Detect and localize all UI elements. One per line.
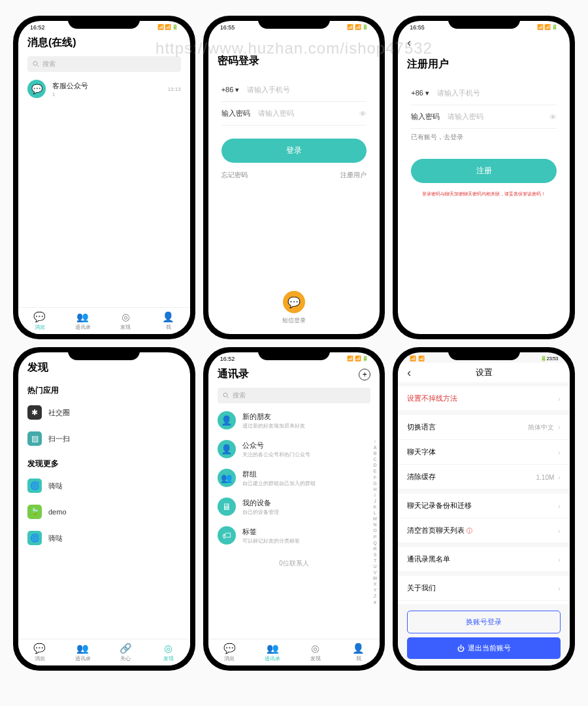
language-item[interactable]: 切换语言简体中文› bbox=[398, 415, 570, 440]
devices-item[interactable]: 🖥我的设备自己的设备管理 bbox=[208, 492, 380, 521]
nav-care[interactable]: 🔗关心 bbox=[104, 639, 147, 665]
contacts-icon: 👥 bbox=[251, 643, 294, 654]
app-item-1[interactable]: 🌀骑哒 bbox=[18, 473, 190, 499]
nav-contacts[interactable]: 👥通讯录 bbox=[61, 639, 105, 665]
search-placeholder: 搜索 bbox=[42, 59, 56, 69]
chat-time: 13:13 bbox=[168, 86, 181, 92]
country-code[interactable]: +86 ▾ bbox=[221, 86, 240, 94]
scan-item[interactable]: ▤扫一扫 bbox=[18, 426, 190, 452]
group-icon: 👥 bbox=[218, 469, 236, 487]
login-button[interactable]: 登录 bbox=[221, 139, 367, 163]
message-icon: 💬 bbox=[18, 643, 61, 654]
phone-field[interactable]: +86 ▾请输入手机号 bbox=[221, 78, 367, 102]
link-icon: 🔗 bbox=[104, 643, 147, 654]
chevron-right-icon: › bbox=[558, 448, 561, 456]
font-item[interactable]: 聊天字体› bbox=[398, 440, 570, 465]
country-code[interactable]: +86 ▾ bbox=[411, 89, 429, 97]
search-input[interactable]: 搜索 bbox=[27, 56, 181, 72]
back-button[interactable]: ‹ bbox=[407, 366, 411, 380]
register-link[interactable]: 注册用户 bbox=[340, 171, 367, 180]
nav-discover[interactable]: ◎发现 bbox=[104, 308, 147, 334]
chevron-right-icon: › bbox=[558, 502, 561, 510]
svg-point-0 bbox=[33, 61, 37, 65]
nav-messages[interactable]: 💬消息 bbox=[18, 308, 61, 334]
page-title: 密码登录 bbox=[208, 50, 380, 72]
phone-register: 16:55📶 📶 🔋 ‹ 注册用户 +86 ▾请输入手机号 输入密码请输入密码👁… bbox=[393, 16, 575, 339]
tags-item[interactable]: 🏷标签可以标记好友的分类标签 bbox=[208, 521, 380, 550]
password-field[interactable]: 输入密码请输入密码👁 bbox=[411, 105, 557, 129]
app-icon: 🌀 bbox=[27, 531, 42, 545]
aperture-icon: ✱ bbox=[27, 405, 42, 420]
groups-item[interactable]: 👥群组自己建立的群组自己加入的群组 bbox=[208, 463, 380, 492]
contacts-icon: 👥 bbox=[61, 643, 105, 654]
notch bbox=[258, 16, 330, 29]
social-circle-item[interactable]: ✱社交圈 bbox=[18, 399, 190, 426]
phone-login: 16:55📶 📶 🔋 密码登录 +86 ▾请输入手机号 输入密码请输入密码👁 登… bbox=[203, 16, 385, 339]
offline-method-item[interactable]: 设置不掉线方法› bbox=[398, 386, 570, 411]
app-icon: 🍃 bbox=[27, 505, 42, 519]
bottom-nav: 💬消息 👥通讯录 ◎发现 👤我 bbox=[18, 307, 190, 334]
page-title: 消息(在线) bbox=[18, 32, 190, 54]
page-title: 设置 bbox=[476, 367, 493, 378]
about-item[interactable]: 关于我们› bbox=[398, 576, 570, 601]
person-add-icon: 👤 bbox=[218, 411, 236, 429]
forgot-password-link[interactable]: 忘记密码 bbox=[221, 171, 248, 180]
chevron-right-icon: › bbox=[558, 473, 561, 481]
scan-icon: ▤ bbox=[27, 431, 42, 446]
logout-button[interactable]: ⏻退出当前账号 bbox=[407, 637, 561, 659]
app-item-demo[interactable]: 🍃demo bbox=[18, 499, 190, 525]
back-button[interactable]: ‹ bbox=[407, 36, 411, 50]
alphabet-index[interactable]: ↑ABCDEFGHIJKLMNOPQRSTUVWXYZ# bbox=[373, 439, 378, 605]
sms-icon: 💬 bbox=[283, 291, 305, 313]
new-friends-item[interactable]: 👤新的朋友通过新的好友项加原来好友 bbox=[208, 406, 380, 435]
password-placeholder: 请输入密码 bbox=[258, 109, 360, 118]
blacklist-item[interactable]: 通讯录黑名单› bbox=[398, 547, 570, 572]
bottom-nav: 💬消息 👥通讯录 🔗关心 ◎发现 bbox=[18, 639, 190, 665]
person-icon: 👤 bbox=[147, 311, 190, 323]
search-input[interactable]: 搜索 bbox=[218, 388, 371, 403]
clear-cache-item[interactable]: 清除缓存1.10M› bbox=[398, 465, 570, 490]
compass-icon: ◎ bbox=[294, 643, 337, 654]
backup-item[interactable]: 聊天记录备份和迁移› bbox=[398, 494, 570, 518]
chevron-right-icon: › bbox=[558, 556, 561, 563]
nav-contacts[interactable]: 👥通讯录 bbox=[61, 308, 105, 334]
chevron-right-icon: › bbox=[558, 423, 561, 431]
nav-messages[interactable]: 💬消息 bbox=[18, 639, 61, 665]
eye-icon[interactable]: 👁 bbox=[359, 110, 367, 118]
notch bbox=[258, 347, 330, 360]
chat-item[interactable]: 💬 客服公众号1 13:13 bbox=[18, 75, 190, 103]
page-title: 通讯录 bbox=[208, 363, 380, 385]
chevron-right-icon: › bbox=[558, 395, 561, 403]
phone-discover: 发现 热门应用 ✱社交圈 ▤扫一扫 发现更多 🌀骑哒 🍃demo 🌀骑哒 💬消息… bbox=[13, 347, 195, 671]
nav-messages[interactable]: 💬消息 bbox=[208, 639, 252, 665]
chat-name: 客服公众号 bbox=[52, 81, 168, 91]
phone-contacts: 16:52📶 📶 🔋 通讯录+ 搜索 👤新的朋友通过新的好友项加原来好友 👤公众… bbox=[203, 347, 385, 671]
push-item[interactable]: 推送通知 ⓘ› bbox=[398, 601, 570, 604]
compass-icon: ◎ bbox=[147, 643, 190, 654]
phone-field[interactable]: +86 ▾请输入手机号 bbox=[411, 82, 557, 105]
official-accounts-item[interactable]: 👤公众号关注的各公众号和热门公众号 bbox=[208, 435, 380, 463]
clear-chats-item[interactable]: 清空首页聊天列表 ⓘ› bbox=[398, 518, 570, 543]
contacts-icon: 👥 bbox=[61, 311, 105, 323]
nav-discover[interactable]: ◎发现 bbox=[147, 639, 190, 665]
existing-account-link[interactable]: 已有账号，去登录 bbox=[411, 129, 557, 146]
sms-login[interactable]: 💬短信登录 bbox=[282, 291, 306, 325]
nav-me[interactable]: 👤我 bbox=[147, 308, 190, 334]
eye-icon[interactable]: 👁 bbox=[549, 113, 557, 121]
tag-icon: 🏷 bbox=[218, 526, 236, 545]
app-item-2[interactable]: 🌀骑哒 bbox=[18, 525, 190, 551]
avatar-icon: 💬 bbox=[27, 80, 46, 98]
phone-messages: 16:52📶 📶 🔋 消息(在线) 搜索 💬 客服公众号1 13:13 💬消息 … bbox=[13, 16, 195, 339]
nav-discover[interactable]: ◎发现 bbox=[294, 639, 337, 665]
register-button[interactable]: 注册 bbox=[411, 159, 557, 183]
section-hot: 热门应用 bbox=[18, 378, 190, 399]
chevron-right-icon: › bbox=[558, 584, 561, 592]
switch-account-button[interactable]: 换账号登录 bbox=[407, 611, 561, 633]
nav-me[interactable]: 👤我 bbox=[337, 639, 380, 665]
bottom-nav: 💬消息 👥通讯录 ◎发现 👤我 bbox=[208, 639, 380, 665]
nav-contacts[interactable]: 👥通讯录 bbox=[251, 639, 294, 665]
message-icon: 💬 bbox=[18, 311, 61, 323]
password-field[interactable]: 输入密码请输入密码👁 bbox=[221, 102, 367, 126]
page-title: 注册用户 bbox=[398, 54, 570, 75]
svg-line-3 bbox=[227, 397, 229, 398]
